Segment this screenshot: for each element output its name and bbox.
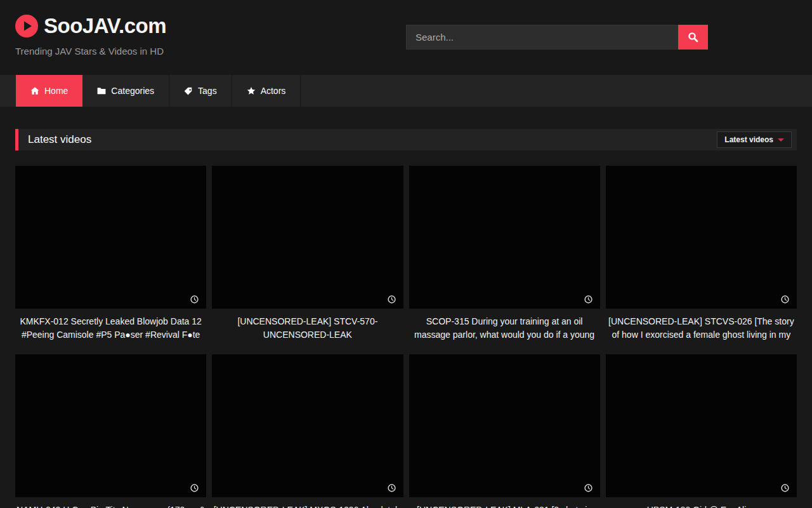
- clock-icon: [584, 295, 593, 304]
- video-thumbnail[interactable]: [409, 166, 600, 309]
- section-title: Latest videos: [28, 133, 91, 146]
- main-nav: Home Categories Tags Actors: [0, 75, 812, 107]
- video-title[interactable]: [UNCENSORED-LEAK] MXGS-1296 Absolutely: [212, 504, 403, 508]
- video-title[interactable]: KMKFX-012 Secretly Leaked Blowjob Data 1…: [15, 315, 206, 342]
- chevron-down-icon: [778, 138, 784, 142]
- clock-icon: [190, 484, 199, 492]
- folder-icon: [97, 86, 106, 95]
- video-card[interactable]: [UNCENSORED-LEAK] MXGS-1296 Absolutely: [212, 354, 403, 508]
- video-title[interactable]: [UNCENSORED-LEAK] MLA-231 [3 shots in: [409, 504, 600, 508]
- search-form: [406, 25, 708, 50]
- video-title[interactable]: NAMH-042 H Cup Big Tits Newcomer (170cm …: [15, 504, 206, 508]
- video-card[interactable]: UPSM-186 Girl @ Era Alice: [606, 354, 797, 508]
- clock-icon: [781, 484, 789, 492]
- nav-item-home[interactable]: Home: [16, 75, 82, 107]
- video-thumbnail[interactable]: [606, 166, 797, 309]
- video-card[interactable]: [UNCENSORED-LEAK] STCV-570-UNCENSORED-LE…: [212, 166, 403, 342]
- video-thumbnail[interactable]: [15, 354, 206, 497]
- nav-item-categories[interactable]: Categories: [82, 75, 169, 107]
- site-title: SooJAV.com: [44, 14, 166, 38]
- video-title[interactable]: UPSM-186 Girl @ Era Alice: [606, 504, 797, 508]
- site-header: SooJAV.com Trending JAV Stars & Videos i…: [0, 0, 812, 75]
- video-grid: KMKFX-012 Secretly Leaked Blowjob Data 1…: [15, 166, 797, 508]
- home-icon: [30, 86, 39, 95]
- logo[interactable]: SooJAV.com: [15, 14, 166, 38]
- section-header: Latest videos Latest videos: [15, 129, 797, 150]
- video-card[interactable]: KMKFX-012 Secretly Leaked Blowjob Data 1…: [15, 166, 206, 342]
- video-card[interactable]: NAMH-042 H Cup Big Tits Newcomer (170cm …: [15, 354, 206, 508]
- nav-label: Categories: [111, 86, 154, 96]
- video-card[interactable]: [UNCENSORED-LEAK] MLA-231 [3 shots in: [409, 354, 600, 508]
- clock-icon: [781, 295, 789, 304]
- clock-icon: [584, 484, 593, 492]
- nav-label: Tags: [198, 86, 217, 96]
- video-title[interactable]: SCOP-315 During your training at an oil …: [409, 315, 600, 342]
- video-thumbnail[interactable]: [212, 166, 403, 309]
- video-thumbnail[interactable]: [15, 166, 206, 309]
- video-thumbnail[interactable]: [606, 354, 797, 497]
- site-tagline: Trending JAV Stars & Videos in HD: [15, 46, 164, 57]
- video-thumbnail[interactable]: [409, 354, 600, 497]
- clock-icon: [388, 484, 396, 492]
- search-icon: [688, 32, 698, 43]
- sort-dropdown[interactable]: Latest videos: [717, 131, 792, 148]
- section-accent-bar: [15, 129, 18, 150]
- video-title[interactable]: [UNCENSORED-LEAK] STCV-570-UNCENSORED-LE…: [212, 315, 403, 342]
- search-button[interactable]: [678, 25, 708, 50]
- sort-dropdown-label: Latest videos: [724, 135, 773, 144]
- nav-label: Actors: [261, 86, 286, 96]
- video-title[interactable]: [UNCENSORED-LEAK] STCVS-026 [The story o…: [606, 315, 797, 342]
- clock-icon: [190, 295, 199, 304]
- play-icon: [15, 15, 38, 37]
- video-card[interactable]: [UNCENSORED-LEAK] STCVS-026 [The story o…: [606, 166, 797, 342]
- nav-item-tags[interactable]: Tags: [169, 75, 232, 107]
- clock-icon: [388, 295, 396, 304]
- nav-item-actors[interactable]: Actors: [232, 75, 301, 107]
- search-input[interactable]: [406, 25, 678, 50]
- main-content: Latest videos Latest videos KMKFX-012 Se…: [15, 129, 797, 508]
- star-icon: [247, 86, 256, 95]
- video-card[interactable]: SCOP-315 During your training at an oil …: [409, 166, 600, 342]
- video-thumbnail[interactable]: [212, 354, 403, 497]
- nav-label: Home: [44, 86, 68, 96]
- tag-icon: [184, 86, 193, 95]
